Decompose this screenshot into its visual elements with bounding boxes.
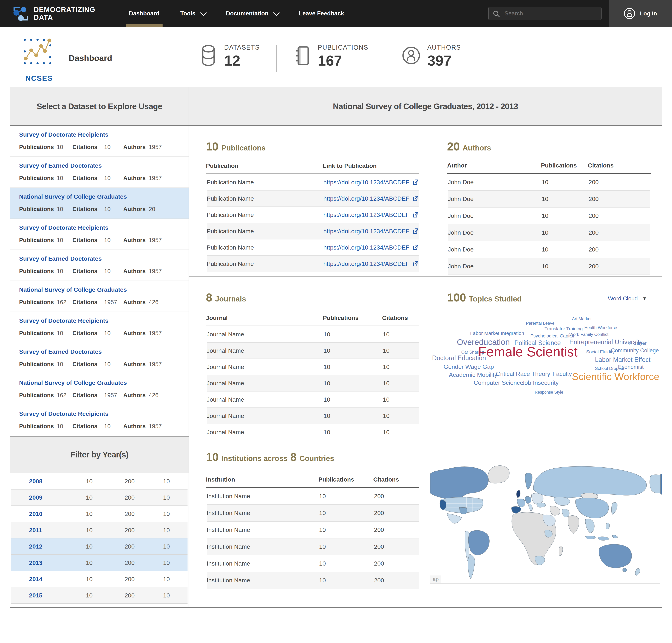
nav-leave-feedback[interactable]: Leave Feedback (299, 0, 344, 27)
publication-link[interactable]: https://doi.org/10.1234/ABCDEF (323, 244, 419, 251)
topic-word[interactable]: Labor Market Effect (595, 356, 650, 363)
publication-link[interactable]: https://doi.org/10.1234/ABCDEF (323, 260, 419, 267)
dataset-name-link[interactable]: Survey of Earned Doctorates (19, 162, 189, 169)
dataset-list-item[interactable]: Survey of Earned Doctorates Publications… (10, 250, 189, 281)
year-link[interactable]: 2015 (11, 592, 70, 599)
topic-word[interactable]: Scientific Workforce (572, 372, 659, 381)
world-map[interactable]: ap (430, 463, 662, 597)
author-name: John Doe (448, 229, 542, 236)
publication-name: Publication Name (207, 195, 323, 202)
brand-line2: DATA (34, 13, 95, 21)
year-row[interactable]: 2010 10 200 10 (11, 506, 187, 522)
topic-word[interactable]: Academic Mobility (449, 372, 497, 378)
year-link[interactable]: 2012 (11, 543, 70, 550)
dataset-name-link[interactable]: National Survey of College Graduates (19, 379, 189, 386)
year-row[interactable]: 2011 10 200 10 (11, 522, 187, 538)
journal-row: Journal Name 10 10 (207, 391, 419, 408)
year-row[interactable]: 2015 10 200 10 (11, 587, 187, 604)
dataset-list-item[interactable]: Survey of Doctorate Recipients Publicati… (10, 126, 189, 157)
topic-word[interactable]: Gender Wage Gap (444, 364, 494, 370)
stat-datasets-label: DATASETS (224, 44, 260, 51)
topic-word[interactable]: Economist (618, 364, 644, 370)
nav-tools[interactable]: Tools (180, 0, 205, 27)
ncses-logo-icon (23, 38, 54, 73)
dataset-name-link[interactable]: National Survey of College Graduates (19, 193, 189, 200)
ncses-logo-text: NCSES (23, 74, 55, 83)
journal-row: Journal Name 10 10 (207, 359, 419, 375)
dataset-name-link[interactable]: Survey of Doctorate Recipients (19, 410, 189, 417)
dataset-list: Survey of Doctorate Recipients Publicati… (10, 126, 189, 436)
publications-block: 10 Publications Publication Link to Publ… (189, 126, 430, 277)
topic-word[interactable]: Social Fluidity (586, 350, 614, 354)
topic-word[interactable]: Translator Training (545, 326, 583, 331)
topic-word[interactable]: Response Style (535, 390, 563, 395)
topic-word[interactable]: Art Market (572, 317, 592, 321)
dataset-panel-header: Select a Dataset to Explore Usage (10, 87, 189, 126)
topic-word[interactable]: Faculty (552, 371, 572, 377)
dataset-list-item[interactable]: Survey of Doctorate Recipients Publicati… (10, 405, 189, 436)
dataset-list-item[interactable]: National Survey of College Graduates Pub… (10, 188, 189, 219)
journal-icon (293, 44, 311, 69)
topic-word[interactable]: Critical Race Theory (496, 371, 550, 377)
institution-row: Institution Name 10 200 (207, 505, 419, 522)
topic-word[interactable]: Labor Market Integration (470, 331, 524, 336)
dataset-list-item[interactable]: National Survey of College Graduates Pub… (10, 281, 189, 312)
topic-word[interactable]: Doctoral Education (432, 355, 486, 361)
search (488, 7, 601, 20)
dataset-list-item[interactable]: Survey of Doctorate Recipients Publicati… (10, 219, 189, 250)
divider (385, 45, 385, 72)
year-row[interactable]: 2009 10 200 10 (11, 489, 187, 506)
dataset-name-link[interactable]: Survey of Doctorate Recipients (19, 224, 189, 231)
publication-link[interactable]: https://doi.org/10.1234/ABCDEF (323, 179, 419, 186)
author-name: John Doe (448, 246, 542, 253)
topics-view-dropdown[interactable]: Word Cloud ▼ (603, 293, 651, 304)
topic-word[interactable]: Female Scientist (478, 345, 577, 359)
publication-link[interactable]: https://doi.org/10.1234/ABCDEF (323, 228, 419, 235)
external-link-icon (413, 195, 419, 202)
year-row[interactable]: 2012 10 200 10 (11, 538, 187, 555)
author-row: John Doe 10 200 (448, 208, 650, 225)
dataset-name-link[interactable]: Survey of Doctorate Recipients (19, 131, 189, 138)
nav-dashboard[interactable]: Dashboard (129, 0, 159, 27)
topic-word[interactable]: Parental Leave (526, 321, 555, 325)
stat-publications-value: 167 (318, 52, 368, 69)
dataset-name-link[interactable]: Survey of Earned Doctorates (19, 348, 189, 355)
author-row: John Doe 10 200 (448, 241, 650, 258)
year-link[interactable]: 2011 (11, 527, 70, 534)
login-button[interactable]: Log In (609, 0, 672, 27)
topic-word[interactable]: Job Insecurity (522, 380, 559, 386)
dataset-list-item[interactable]: Survey of Doctorate Recipients Publicati… (10, 312, 189, 343)
year-link[interactable]: 2010 (11, 510, 70, 517)
topic-word[interactable]: IT Career (629, 341, 647, 345)
brand-line1: DEMOCRATIZING (34, 6, 95, 13)
year-row[interactable]: 2013 10 200 10 (11, 555, 187, 571)
topic-word[interactable]: Computer Science (474, 380, 523, 386)
publication-name: Publication Name (207, 211, 323, 218)
dataset-stats: Publications 10 Citations 10 Authors 195… (19, 237, 189, 243)
search-input[interactable] (488, 7, 601, 20)
publication-link[interactable]: https://doi.org/10.1234/ABCDEF (323, 211, 419, 218)
dataset-name-link[interactable]: National Survey of College Graduates (19, 286, 189, 293)
dataset-list-item[interactable]: National Survey of College Graduates Pub… (10, 374, 189, 405)
topic-word[interactable]: Work-Family Conflict (569, 332, 608, 337)
year-row[interactable]: 2008 10 200 10 (11, 473, 187, 489)
author-row: John Doe 10 200 (448, 191, 650, 208)
year-link[interactable]: 2009 (11, 494, 70, 501)
dataset-name-link[interactable]: Survey of Doctorate Recipients (19, 317, 189, 324)
topic-word[interactable]: Community College (611, 348, 659, 353)
publication-name: Publication Name (207, 244, 323, 251)
dataset-name-link[interactable]: Survey of Earned Doctorates (19, 255, 189, 262)
stat-datasets-value: 12 (224, 52, 260, 69)
publication-link[interactable]: https://doi.org/10.1234/ABCDEF (323, 195, 419, 202)
topic-word[interactable]: Psychological Capital (530, 333, 574, 338)
year-link[interactable]: 2014 (11, 576, 70, 583)
year-row[interactable]: 2014 10 200 10 (11, 571, 187, 587)
institution-name: Institution Name (207, 493, 319, 500)
year-link[interactable]: 2008 (11, 478, 70, 485)
dataset-list-item[interactable]: Survey of Earned Doctorates Publications… (10, 157, 189, 188)
nav-documentation[interactable]: Documentation (226, 0, 278, 27)
brand-logo[interactable]: DEMOCRATIZING DATA (13, 5, 95, 22)
year-link[interactable]: 2013 (11, 559, 70, 566)
topic-word[interactable]: Health Workforce (584, 326, 617, 330)
dataset-list-item[interactable]: Survey of Earned Doctorates Publications… (10, 343, 189, 374)
